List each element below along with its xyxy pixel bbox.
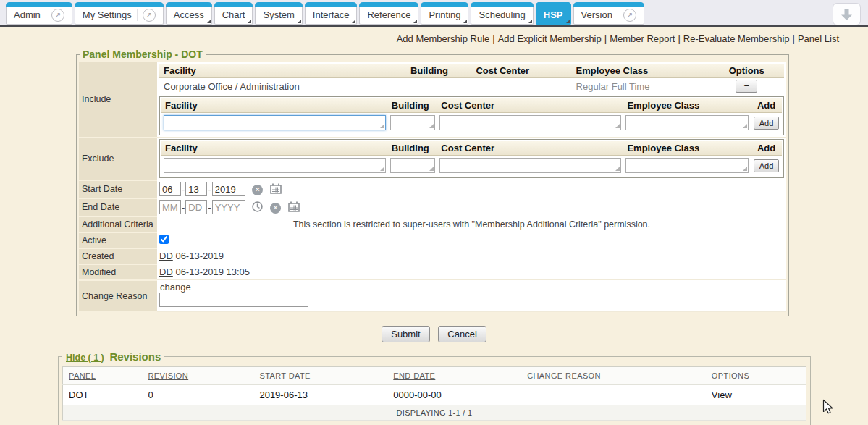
add-explicit-membership-link[interactable]: Add Explicit Membership — [498, 33, 602, 44]
tab-hsp[interactable]: HSP — [536, 2, 571, 25]
add-membership-rule-link[interactable]: Add Membership Rule — [397, 33, 490, 44]
tab-system[interactable]: System — [255, 2, 302, 25]
tab-label: Reference — [367, 9, 410, 20]
table-footer-row: DISPLAYING 1-1 / 1 — [63, 405, 806, 420]
exclude-row: Exclude Facility Building Cost Center Em… — [79, 138, 786, 180]
include-employee-class-input[interactable] — [625, 115, 749, 130]
exclude-add-button[interactable]: Add — [754, 159, 780, 172]
end-month-input[interactable] — [159, 200, 181, 214]
additional-criteria-label: Additional Criteria — [79, 216, 157, 232]
col-employee-class: Employee Class — [572, 64, 709, 78]
active-checkbox[interactable] — [159, 235, 169, 244]
external-link-icon[interactable]: ↗ — [51, 9, 64, 22]
end-year-input[interactable] — [212, 200, 245, 214]
tab-reference[interactable]: Reference — [359, 2, 418, 25]
combo-wrapper — [390, 115, 436, 130]
combo-wrapper — [625, 158, 749, 173]
combo-wrapper — [439, 158, 621, 173]
include-facility-input[interactable] — [164, 115, 386, 130]
membership-rule-row: Corporate Office / Administration Regula… — [159, 78, 784, 95]
mouse-cursor — [822, 399, 835, 416]
tab-version[interactable]: Version ↗ — [573, 2, 644, 25]
include-rules-table: Facility Building Cost Center Employee C… — [159, 64, 784, 94]
change-reason-input[interactable] — [159, 293, 308, 307]
rule-employee-class: Regular Full Time — [572, 78, 709, 95]
include-add-box: Facility Building Cost Center Employee C… — [159, 96, 784, 135]
link-separator: | — [790, 33, 798, 44]
end-date-label: End Date — [79, 198, 157, 216]
tab-interface[interactable]: Interface — [305, 2, 358, 25]
change-reason-row: Change Reason change — [79, 280, 786, 312]
include-add-button[interactable]: Add — [754, 117, 780, 130]
revisions-table: PANEL REVISION START DATE END DATE CHANG… — [62, 366, 806, 421]
start-year-input[interactable] — [212, 182, 245, 196]
end-day-input[interactable] — [185, 200, 207, 214]
combo-wrapper — [390, 158, 436, 173]
include-building-input[interactable] — [390, 115, 436, 130]
tab-access[interactable]: Access — [166, 2, 212, 25]
calendar-icon[interactable] — [270, 183, 282, 196]
revision-panel: DOT — [63, 384, 143, 405]
revision-change-reason — [521, 384, 706, 405]
tab-divider — [137, 9, 138, 21]
tab-divider — [618, 9, 618, 21]
panel-list-link[interactable]: Panel List — [798, 33, 839, 44]
exclude-building-input[interactable] — [390, 158, 436, 173]
exclude-employee-class-input[interactable] — [625, 158, 749, 173]
view-revision-link[interactable]: View — [706, 384, 806, 405]
tab-divider — [46, 9, 46, 21]
active-label: Active — [79, 232, 157, 248]
col-cost-center: Cost Center — [437, 98, 623, 113]
change-reason-label: Change Reason — [79, 280, 157, 312]
tab-label: Scheduling — [479, 9, 525, 20]
start-month-input[interactable] — [159, 182, 181, 196]
hide-revisions-link[interactable]: Hide ( 1 ) — [66, 353, 104, 363]
tab-label: Chart — [222, 9, 245, 20]
clock-icon[interactable] — [252, 201, 263, 214]
col-cost-center: Cost Center — [437, 141, 623, 156]
action-links-bar: Add Membership Rule|Add Explicit Members… — [0, 27, 868, 49]
re-evaluate-membership-link[interactable]: Re-Evaluate Membership — [683, 33, 790, 44]
exclude-add-box: Facility Building Cost Center Employee C… — [159, 139, 784, 178]
submit-button[interactable]: Submit — [382, 326, 429, 342]
col-facility: Facility — [159, 64, 406, 78]
tab-scheduling[interactable]: Scheduling — [471, 2, 533, 25]
member-report-link[interactable]: Member Report — [610, 33, 675, 44]
tab-chart[interactable]: Chart — [214, 2, 253, 25]
exclude-cost-center-input[interactable] — [439, 158, 621, 173]
down-arrow-icon — [840, 8, 853, 21]
cancel-button[interactable]: Cancel — [438, 326, 486, 342]
modified-date: 06-13-2019 13:05 — [175, 266, 250, 277]
include-cost-center-input[interactable] — [439, 115, 621, 130]
date-dash: - — [208, 202, 211, 213]
tab-my-settings[interactable]: My Settings ↗ — [75, 2, 164, 25]
col-building: Building — [388, 98, 438, 113]
start-day-input[interactable] — [185, 182, 207, 196]
exclude-facility-input[interactable] — [164, 158, 386, 173]
tab-label: Printing — [429, 9, 460, 20]
external-link-icon[interactable]: ↗ — [623, 9, 636, 22]
modified-user-link[interactable]: DD — [159, 266, 173, 277]
col-panel[interactable]: PANEL — [63, 366, 143, 384]
clear-date-icon[interactable]: ✕ — [270, 203, 281, 214]
calendar-icon[interactable] — [288, 201, 300, 214]
external-link-icon[interactable]: ↗ — [143, 9, 156, 22]
created-user-link[interactable]: DD — [159, 251, 173, 261]
col-revision[interactable]: REVISION — [142, 366, 253, 384]
col-add: Add — [751, 141, 782, 156]
created-date: 06-13-2019 — [175, 251, 224, 261]
tab-admin[interactable]: Admin ↗ — [6, 2, 72, 25]
tab-label: My Settings — [83, 9, 132, 20]
rule-building — [406, 78, 472, 95]
download-button[interactable] — [833, 3, 861, 25]
tab-label: Admin — [14, 9, 41, 20]
col-building: Building — [388, 141, 438, 156]
remove-rule-button[interactable]: − — [736, 80, 757, 93]
col-options: Options — [709, 64, 784, 78]
col-building: Building — [406, 64, 472, 78]
tab-printing[interactable]: Printing — [421, 2, 468, 25]
clear-date-icon[interactable]: ✕ — [252, 185, 263, 195]
tab-label: Version — [581, 9, 612, 20]
col-end-date[interactable]: END DATE — [387, 366, 521, 384]
change-reason-note: change — [159, 282, 784, 293]
